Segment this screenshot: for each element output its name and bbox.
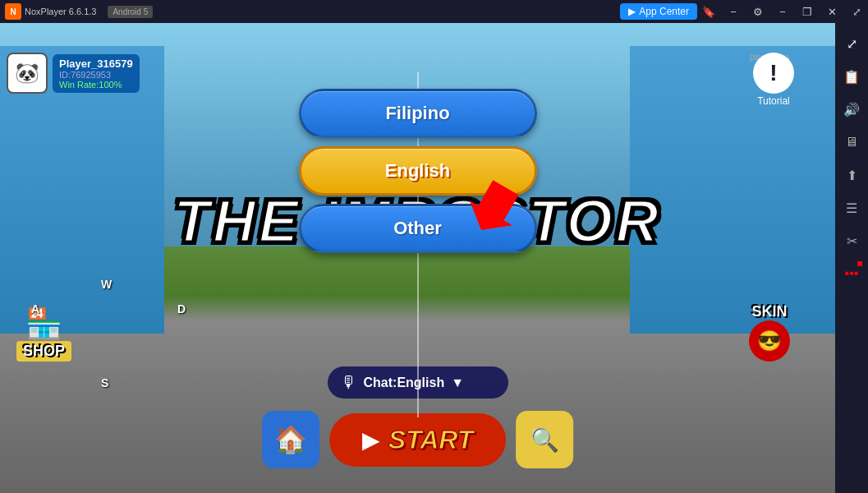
scissors-icon[interactable]: ✂ — [838, 227, 866, 255]
skin-avatar: 😎 — [749, 320, 790, 362]
shop-label: SHOP — [16, 341, 71, 362]
play-store-icon: ▶ — [628, 6, 636, 17]
volume-icon[interactable]: 🔊 — [838, 95, 866, 123]
chat-text: Chat:English — [364, 376, 445, 390]
tutorial-button[interactable]: ! Tutorial — [753, 53, 794, 107]
search-icon: 🔍 — [530, 426, 559, 454]
tutorial-icon: ! — [753, 53, 794, 94]
bookmark-icon[interactable]: 🔖 — [697, 0, 720, 23]
app-center-button[interactable]: ▶ App Center — [620, 3, 697, 20]
close-button[interactable]: ✕ — [820, 0, 843, 23]
play-icon: ▶ — [362, 426, 380, 454]
skin-label: SKIN — [749, 303, 790, 320]
home-icon: 🏠 — [274, 424, 307, 455]
tutorial-label: Tutorial — [753, 95, 794, 107]
expand-sidebar-icon[interactable]: ⤢ — [838, 30, 866, 58]
skin-button[interactable]: SKIN 😎 — [749, 303, 790, 362]
settings-icon[interactable]: ⚙ — [746, 0, 769, 23]
player-id: ID:76925953 — [59, 70, 133, 80]
start-button[interactable]: ▶ START — [329, 413, 507, 467]
minimize-button[interactable]: − — [722, 0, 745, 23]
bottom-controls: 🏠 ▶ START 🔍 — [262, 411, 574, 468]
shop-icon: 🏪 — [16, 306, 71, 341]
player-name: Player_316579 — [59, 58, 133, 70]
filipino-button[interactable]: Filipino — [299, 89, 537, 138]
search-button[interactable]: 🔍 — [516, 411, 573, 468]
d-key: D — [177, 302, 186, 316]
more-icon[interactable]: ••• — [838, 260, 866, 288]
player-info: 🐼 Player_316579 ID:76925953 Win Rate:100… — [7, 53, 140, 94]
game-area: THE IMPOSTOR ping: 92ms 🐼 Player_316579 … — [0, 23, 835, 493]
home-button[interactable]: 🏠 — [262, 411, 319, 468]
start-label: START — [388, 425, 474, 455]
player-winrate: Win Rate:100% — [59, 80, 133, 90]
w-key: W — [101, 278, 112, 291]
mic-icon: 🎙 — [341, 373, 357, 392]
a-key: A — [31, 302, 39, 316]
s-key: S — [101, 376, 108, 389]
titlebar: N NoxPlayer 6.6.1.3 Android 5 ▶ App Cent… — [0, 0, 868, 23]
display-icon[interactable]: 🖥 — [838, 128, 866, 156]
android-badge: Android 5 — [108, 6, 153, 18]
chat-bar[interactable]: 🎙 Chat:English ▼ — [328, 366, 508, 399]
player-details: Player_316579 ID:76925953 Win Rate:100% — [53, 54, 140, 93]
titlebar-controls: 🔖 − ⚙ − ❐ ✕ ⤢ — [697, 0, 868, 23]
nox-version: NoxPlayer 6.6.1.3 — [25, 7, 96, 16]
player-avatar: 🐼 — [7, 53, 48, 94]
app-center-label: App Center — [639, 6, 689, 17]
shop-button[interactable]: 🏪 SHOP — [16, 306, 71, 362]
clipboard-icon[interactable]: 📋 — [838, 62, 866, 90]
minimize-window-button[interactable]: − — [771, 0, 794, 23]
upload-icon[interactable]: ⬆ — [838, 161, 866, 189]
nox-logo: N NoxPlayer 6.6.1.3 — [0, 3, 101, 20]
language-selection: Filipino English Other — [299, 89, 537, 261]
sidebar-right: ⤢ 📋 🔊 🖥 ⬆ ☰ ✂ ••• — [835, 23, 868, 493]
nox-logo-icon: N — [5, 3, 21, 20]
menu-icon[interactable]: ☰ — [838, 194, 866, 222]
expand-icon[interactable]: ⤢ — [845, 0, 868, 23]
chat-dropdown-icon[interactable]: ▼ — [451, 376, 464, 390]
restore-button[interactable]: ❐ — [796, 0, 819, 23]
